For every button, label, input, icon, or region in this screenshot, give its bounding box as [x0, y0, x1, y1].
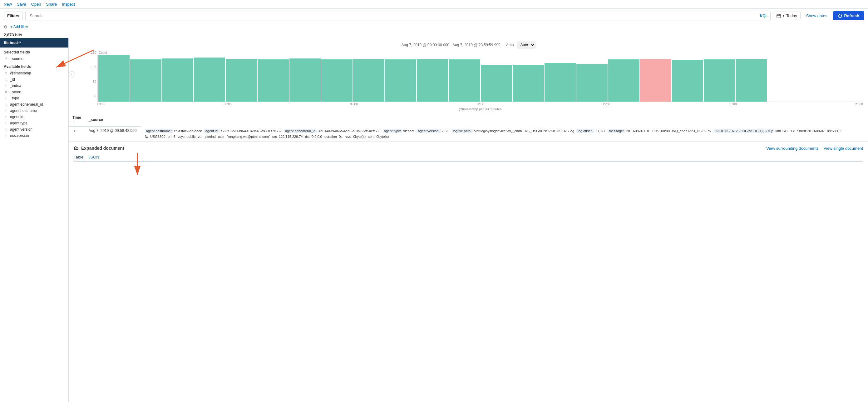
expanded-doc-header: 🗂 Expanded document View surrounding doc… [74, 145, 863, 151]
field-key: agent.id: [204, 129, 220, 133]
bar-16[interactable] [608, 59, 640, 102]
save-button[interactable]: Save [17, 2, 26, 6]
field-val: fw=USG6300 [145, 135, 165, 139]
bar-0[interactable] [98, 55, 130, 102]
table-body: ▾Aug 7, 2019 @ 09:58:42.950agent.hostnam… [69, 126, 868, 142]
x-label-1500: 15:00 [602, 103, 611, 106]
x-label-1200: 12:00 [476, 103, 484, 106]
field-name-agent-type: agent.type [10, 121, 28, 125]
bar-3[interactable] [194, 58, 225, 102]
open-button[interactable]: Open [31, 2, 41, 6]
field-val: vsys=public [178, 135, 195, 139]
date-picker[interactable]: ▾ Today [773, 11, 801, 20]
search-input[interactable] [28, 12, 760, 20]
field-key: message: [608, 129, 625, 133]
y-label-0: 0 [94, 94, 96, 98]
field-val: WQ_cndh1323_USGVPN [672, 129, 711, 133]
field-type-source: ? [4, 57, 8, 61]
field-type-index: t [4, 84, 8, 88]
field-key: agent.ephemeral_id: [284, 129, 317, 133]
expand-row-button[interactable]: ▾ [72, 129, 76, 133]
filters-button[interactable]: Filters [4, 11, 23, 20]
field-_source[interactable]: ? _source [0, 56, 68, 62]
field-val: time="2019-08-07 [798, 129, 825, 133]
bar-17[interactable] [640, 59, 671, 102]
field-name-type: _type [10, 96, 19, 100]
bar-13[interactable] [513, 65, 544, 102]
bar-7[interactable] [321, 59, 352, 102]
sidebar: filebeat-* Selected fields ? _source Ava… [0, 38, 69, 402]
add-filter-button[interactable]: + Add filter [10, 25, 28, 29]
bar-19[interactable] [704, 59, 735, 102]
tab-json[interactable]: JSON [88, 153, 99, 161]
bar-10[interactable] [417, 59, 448, 102]
field-val: dst=0.0.0.0 [305, 135, 322, 139]
index-pattern-header[interactable]: filebeat-* [0, 38, 68, 48]
bar-15[interactable] [577, 64, 608, 102]
bar-4[interactable] [226, 59, 257, 102]
field-val: vpn=ptmind [198, 135, 216, 139]
kql-badge[interactable]: KQL [760, 14, 768, 18]
x-label-0900: 09:00 [350, 103, 358, 106]
bar-14[interactable] [545, 63, 576, 102]
bar-12[interactable] [481, 65, 512, 102]
bar-8[interactable] [353, 59, 384, 102]
settings-icon[interactable]: ⚙ [4, 24, 8, 29]
field-_type[interactable]: t _type [0, 95, 68, 101]
field-name-index: _index [10, 83, 21, 88]
search-wrapper: KQL [25, 11, 771, 21]
refresh-button[interactable]: Refresh [833, 11, 864, 20]
field-name-source: _source [10, 57, 23, 61]
share-button[interactable]: Share [46, 2, 57, 6]
field-agent-hostname[interactable]: t agent.hostname [0, 108, 68, 114]
field-type-timestamp: ⊙ [4, 71, 8, 75]
main-layout: filebeat-* Selected fields ? _source Ava… [0, 38, 868, 402]
field-name-agent-version: agent.version [10, 127, 32, 132]
field-val: duration=0s [324, 135, 343, 139]
bar-18[interactable] [672, 60, 703, 102]
field-agent-version[interactable]: t agent.version [0, 126, 68, 133]
x-label-1800: 18:00 [729, 103, 737, 106]
field-agent-type[interactable]: t agent.type [0, 120, 68, 126]
field-val: 19,527 [595, 129, 606, 133]
bar-20[interactable] [736, 59, 767, 102]
time-column-header[interactable]: Time ↕ [69, 113, 85, 126]
field-key: agent.type: [383, 129, 402, 133]
collapse-histogram-button[interactable]: ‹ [69, 71, 75, 78]
histogram-area: ‹ Aug 7, 2019 @ 00:00:00.000 - Aug 7, 20… [69, 38, 868, 111]
new-button[interactable]: New [4, 2, 12, 6]
bar-1[interactable] [130, 59, 161, 102]
view-single-link[interactable]: View single document [824, 146, 863, 151]
field-name-timestamp: @timestamp [10, 71, 31, 75]
expanded-document: 🗂 Expanded document View surrounding doc… [69, 142, 868, 168]
field-agent-ephemeral-id[interactable]: t agent.ephemeral_id [0, 101, 68, 108]
field-name-ephemeral: agent.ephemeral_id [10, 102, 43, 107]
date-value: Today [786, 13, 797, 18]
interval-select[interactable]: Auto [517, 41, 535, 49]
field-agent-id[interactable]: t agent.id [0, 114, 68, 120]
show-dates-button[interactable]: Show dates [803, 12, 831, 20]
bar-2[interactable] [162, 58, 193, 102]
view-surrounding-link[interactable]: View surrounding documents [766, 146, 818, 151]
y-axis: 150 100 50 0 [86, 51, 97, 98]
field-_score[interactable]: # _score [0, 89, 68, 95]
bar-6[interactable] [289, 58, 321, 102]
calendar-icon [777, 14, 781, 18]
hits-count: 2,873 hits [0, 31, 868, 38]
field-ecs-version[interactable]: t ecs.version [0, 133, 68, 139]
field-@timestamp[interactable]: ⊙ @timestamp [0, 70, 68, 76]
bar-5[interactable] [257, 59, 289, 102]
field-_id[interactable]: t _id [0, 76, 68, 83]
chart-bars-area: Count 03:00 06:00 09:00 12:00 15:00 18:0… [97, 51, 863, 111]
source-column-header[interactable]: _source [85, 113, 141, 126]
field-name-agent-id: agent.id [10, 115, 23, 119]
bar-11[interactable] [449, 59, 480, 102]
inspect-button[interactable]: Inspect [62, 2, 75, 6]
bar-9[interactable] [385, 59, 416, 102]
field-_index[interactable]: t _index [0, 83, 68, 89]
expanded-doc-links: View surrounding documents View single d… [766, 146, 863, 151]
field-val: src=122.115.229.74 [272, 135, 303, 139]
tab-table[interactable]: Table [74, 153, 83, 161]
field-val: cn-zstack-db-back [174, 129, 202, 133]
field-key: log.file.path: [452, 129, 473, 133]
